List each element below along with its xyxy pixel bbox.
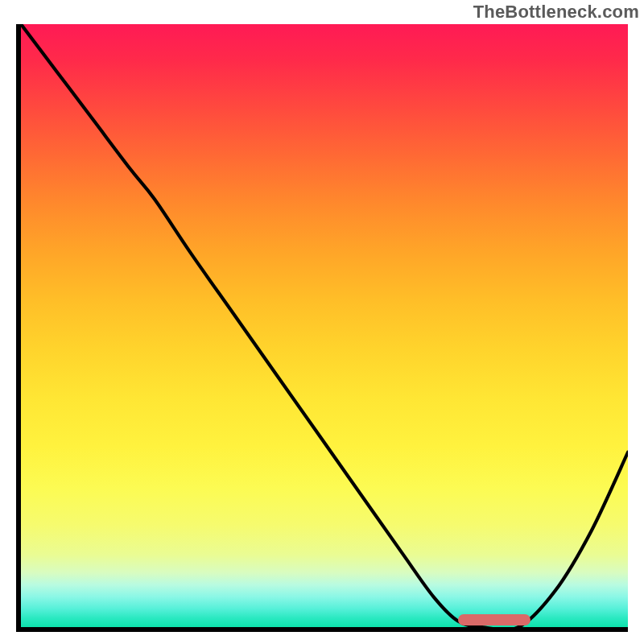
curve-layer	[21, 24, 628, 627]
watermark-text: TheBottleneck.com	[473, 2, 639, 23]
optimal-range-marker	[458, 614, 530, 625]
plot-area	[16, 24, 628, 632]
bottleneck-curve	[21, 24, 628, 627]
bottleneck-chart: TheBottleneck.com	[0, 0, 644, 644]
